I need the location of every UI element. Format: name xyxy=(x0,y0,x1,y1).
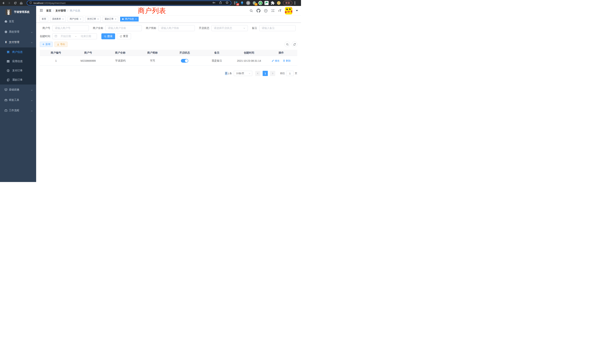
extension-puzzle-icon[interactable] xyxy=(271,1,275,5)
delete-link-label: 删除 xyxy=(286,59,291,63)
page-size-select[interactable]: 10条/页 xyxy=(234,71,252,76)
extension-gem-icon[interactable] xyxy=(240,1,244,5)
next-page-button[interactable] xyxy=(270,71,275,76)
header-search-icon[interactable] xyxy=(249,9,253,12)
browser-reload-icon[interactable] xyxy=(13,1,17,5)
sidebar-fold-icon[interactable] xyxy=(40,9,43,13)
user-avatar[interactable] xyxy=(285,7,292,14)
sidebar-item-workflow[interactable]: 工作流程 xyxy=(0,105,36,116)
tab-label: 用户分组 xyxy=(70,17,79,21)
extension-emoji-icon[interactable] xyxy=(277,1,281,5)
tab-label: 退款订单 xyxy=(105,17,114,21)
refresh-icon xyxy=(293,43,296,46)
sidebar-item-label: 研发工具 xyxy=(9,98,31,102)
export-button[interactable]: 导出 xyxy=(54,42,67,47)
app-logo xyxy=(6,9,11,15)
tab-close-icon[interactable]: × xyxy=(62,18,64,20)
download-icon xyxy=(57,43,59,46)
browser-back-icon[interactable] xyxy=(1,1,5,5)
fullscreen-icon[interactable] xyxy=(271,9,275,12)
prev-page-button[interactable] xyxy=(255,71,260,76)
cell-merchant-fullname: 芋道源码 xyxy=(104,59,136,63)
sidebar-item-pay-order[interactable]: 支付订单 xyxy=(0,66,36,75)
address-bar[interactable]: localhost:1024/pay/merchant xyxy=(27,0,231,5)
edit-link[interactable]: 修改 xyxy=(272,59,280,63)
bookmark-star-icon[interactable] xyxy=(225,1,229,5)
sidebar-item-label: 商户信息 xyxy=(12,50,33,54)
reset-button[interactable]: 重置 xyxy=(117,33,131,39)
date-end-placeholder: 结束日期 xyxy=(81,35,91,38)
tab-user-group[interactable]: 用户分组× xyxy=(68,17,83,21)
search-icon xyxy=(286,43,289,46)
extension-badge: 1 xyxy=(255,3,258,6)
sidebar-item-label: 首页 xyxy=(9,20,33,23)
merchant-shortname-input[interactable]: 请输入商户简称 xyxy=(159,25,195,31)
status-toggle[interactable] xyxy=(181,59,188,63)
tab-close-icon[interactable]: × xyxy=(80,18,81,20)
show-search-toggle-button[interactable] xyxy=(284,42,290,47)
sidebar-item-merchant-info[interactable]: 商户信息 xyxy=(0,47,36,57)
page-number-current[interactable]: 1 xyxy=(263,71,268,76)
pagination-total-prefix: 共 xyxy=(225,72,227,75)
remark-input[interactable]: 请输入备注 xyxy=(259,25,296,31)
tab-close-icon[interactable]: × xyxy=(135,18,137,20)
tab-refund-order[interactable]: 退款订单× xyxy=(103,17,118,21)
help-icon[interactable]: ? xyxy=(264,9,268,13)
cell-merchant-no: M233666999 xyxy=(72,59,104,62)
extension-command-icon[interactable]: ⌘ xyxy=(246,1,250,5)
table-toolbar: 新增 导出 xyxy=(40,42,297,47)
browser-menu-icon[interactable] xyxy=(294,1,295,4)
tab-process-form[interactable]: 流程表单× xyxy=(50,17,66,21)
breadcrumb-current: 商户信息 xyxy=(70,9,80,12)
breadcrumb-payment[interactable]: 支付管理 xyxy=(55,9,66,12)
column-header: 商户简称 xyxy=(136,51,169,54)
github-icon[interactable] xyxy=(257,9,260,13)
column-header: 商户全称 xyxy=(104,51,136,54)
refresh-table-button[interactable] xyxy=(292,42,297,47)
sidebar-item-payment[interactable]: ¥ 支付管理 xyxy=(0,37,36,47)
merchant-no-input[interactable]: 请输入商户号 xyxy=(53,25,89,31)
extension-blocks-icon[interactable]: 10 xyxy=(234,1,238,5)
password-key-icon[interactable] xyxy=(212,1,216,5)
tab-merchant-info[interactable]: 商户信息× xyxy=(120,17,139,21)
tab-home[interactable]: 首页 xyxy=(40,17,48,21)
font-size-icon[interactable]: TT xyxy=(278,9,281,12)
browser-home-icon[interactable] xyxy=(19,1,23,5)
sidebar-item-system[interactable]: 系统管理 xyxy=(0,27,36,37)
sidebar-menu: 首页 系统管理 ¥ 支付管理 商户信息 xyxy=(0,16,36,116)
browser-update-button[interactable]: 更新 xyxy=(283,1,292,5)
browser-forward-icon[interactable] xyxy=(7,1,11,5)
extension-flag-icon[interactable] xyxy=(265,1,269,5)
goto-page-input[interactable]: 1 xyxy=(286,71,294,76)
column-header: 创建时间 xyxy=(233,51,265,54)
add-button[interactable]: 新增 xyxy=(40,42,53,47)
sidebar-item-label: 支付订单 xyxy=(12,69,33,72)
extension-y-icon[interactable]: y xyxy=(258,1,262,5)
extension-gray-dot-icon[interactable]: 1 xyxy=(252,1,256,5)
breadcrumb-home[interactable]: 首页 xyxy=(46,9,51,12)
search-icon xyxy=(104,35,106,38)
create-time-range-input[interactable]: 开始日期 - 结束日期 xyxy=(53,33,97,39)
tab-pay-order[interactable]: 支付订单× xyxy=(85,17,101,21)
status-select[interactable]: 请选择开启状态 xyxy=(212,25,248,31)
url-text[interactable]: localhost:1024/pay/merchant xyxy=(33,2,66,4)
tab-close-icon[interactable]: × xyxy=(97,18,99,20)
sidebar-item-dev-tools[interactable]: 研发工具 xyxy=(0,95,36,105)
extension-badge: 10 xyxy=(236,3,239,6)
sidebar-item-infrastructure[interactable]: 基础设施 xyxy=(0,85,36,95)
date-start-placeholder: 开始日期 xyxy=(61,35,71,38)
site-info-icon[interactable] xyxy=(29,1,32,5)
yen-circle-icon xyxy=(7,69,10,72)
sidebar-item-label: 系统管理 xyxy=(9,30,31,33)
sidebar-item-home[interactable]: 首页 xyxy=(0,16,36,27)
app-logo-row[interactable]: 芋道管理系统 xyxy=(0,6,36,16)
input-placeholder: 请输入商户简称 xyxy=(161,26,179,30)
search-button[interactable]: 搜索 xyxy=(101,33,115,39)
tab-close-icon[interactable]: × xyxy=(115,18,116,20)
share-icon[interactable] xyxy=(219,1,222,5)
sidebar-item-refund-order[interactable]: 退款订单 xyxy=(0,75,36,85)
avatar-dropdown-caret-icon[interactable] xyxy=(296,10,298,11)
merchant-fullname-input[interactable]: 请输入商户全称 xyxy=(106,25,142,31)
delete-link[interactable]: 删除 xyxy=(283,59,291,63)
sidebar-item-app-info[interactable]: 应用信息 xyxy=(0,57,36,66)
